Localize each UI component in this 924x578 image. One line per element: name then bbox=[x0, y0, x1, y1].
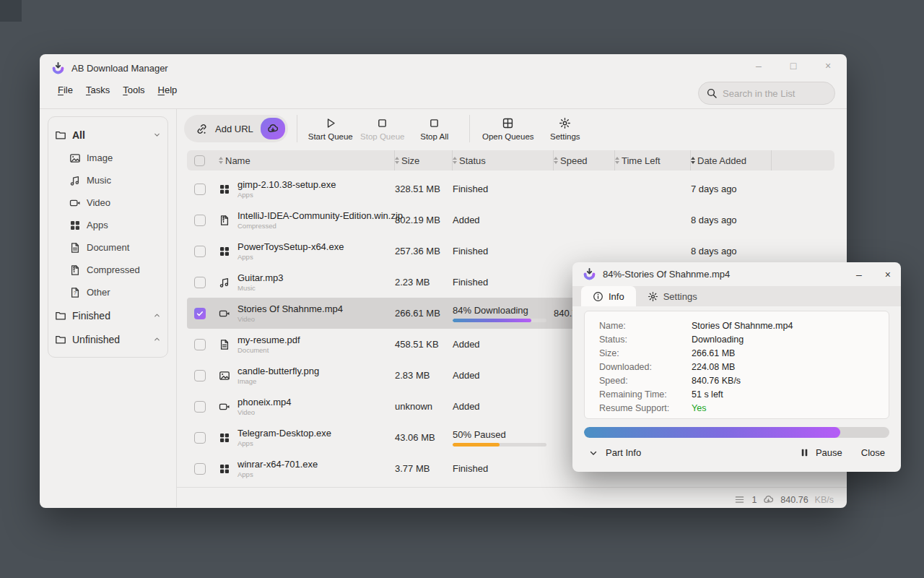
sidebar-item-all[interactable]: All bbox=[55, 123, 161, 147]
music-icon bbox=[69, 175, 81, 186]
menu-tools[interactable]: Tools bbox=[123, 85, 144, 95]
file-size: 2.23 MB bbox=[395, 277, 453, 288]
file-date-added: 8 days ago bbox=[691, 215, 772, 225]
open-queues-button[interactable]: Open Queues bbox=[477, 117, 539, 141]
sidebar-item-compressed[interactable]: Compressed bbox=[55, 259, 161, 281]
chevron-down-icon bbox=[588, 448, 598, 458]
select-all-checkbox[interactable] bbox=[194, 155, 205, 166]
import-from-clipboard-button[interactable] bbox=[261, 118, 285, 139]
file-size: 257.36 MB bbox=[395, 246, 453, 256]
sort-icon bbox=[691, 157, 695, 164]
search-input[interactable] bbox=[723, 88, 824, 99]
info-field-value: 840.76 KB/s bbox=[692, 376, 741, 386]
sidebar-item-unfinished[interactable]: Unfinished bbox=[55, 327, 161, 351]
info-field-label: Name: bbox=[599, 321, 692, 331]
info-field: Resume Support: Yes bbox=[599, 401, 889, 415]
file-category: Compressed bbox=[237, 222, 403, 230]
menu-help[interactable]: Help bbox=[158, 85, 178, 95]
popup-title-bar[interactable]: 84%-Stories Of Shahnme.mp4 – × bbox=[572, 262, 901, 286]
music-icon bbox=[219, 277, 230, 288]
part-info-toggle[interactable]: Part Info bbox=[588, 447, 641, 458]
file-name: candle-butterfly.png bbox=[237, 366, 319, 376]
maximize-button[interactable]: □ bbox=[786, 60, 801, 72]
status-bar: 1 840.76 KB/s bbox=[177, 488, 847, 512]
file-name: IntelliJ-IDEA-Community-Edition.win.zip bbox=[237, 210, 403, 221]
tab-info[interactable]: Info bbox=[581, 286, 636, 306]
info-field: Speed: 840.76 KB/s bbox=[599, 374, 889, 387]
row-checkbox[interactable] bbox=[194, 339, 206, 350]
row-progress-bar bbox=[453, 319, 546, 322]
sort-icon bbox=[615, 157, 619, 164]
sidebar-item-video[interactable]: Video bbox=[55, 191, 161, 214]
sort-icon bbox=[453, 157, 457, 164]
file-size: unknown bbox=[395, 401, 453, 412]
column-header-size[interactable]: Size bbox=[395, 150, 453, 171]
select-all-checkbox-cell[interactable] bbox=[187, 150, 219, 171]
global-speed-value: 840.76 bbox=[780, 495, 808, 505]
column-header-status[interactable]: Status bbox=[453, 150, 554, 171]
sidebar-item-document[interactable]: Document bbox=[55, 236, 161, 259]
chevron-up-icon[interactable] bbox=[153, 335, 161, 343]
column-header-date-added[interactable]: Date Added bbox=[691, 150, 772, 171]
file-status: Finished bbox=[453, 184, 554, 194]
tab-settings[interactable]: Settings bbox=[636, 286, 709, 306]
file-date-added: 8 days ago bbox=[691, 246, 772, 256]
info-field-value: Yes bbox=[692, 403, 706, 413]
sidebar-item-apps[interactable]: Apps bbox=[55, 214, 161, 236]
row-checkbox[interactable] bbox=[194, 308, 206, 319]
file-category: Apps bbox=[237, 191, 336, 199]
menu-tasks[interactable]: Tasks bbox=[86, 85, 110, 95]
info-field-label: Speed: bbox=[599, 376, 692, 386]
chevron-up-icon[interactable] bbox=[153, 311, 161, 319]
gear-icon bbox=[648, 291, 658, 302]
popup-close-button[interactable]: × bbox=[885, 269, 891, 280]
start-queue-button[interactable]: Start Queue bbox=[305, 117, 357, 141]
chevron-down-icon[interactable] bbox=[153, 131, 161, 139]
file-status: Added bbox=[453, 215, 554, 225]
settings-button[interactable]: Settings bbox=[539, 117, 591, 141]
table-row[interactable]: gimp-2.10.38-setup.exe Apps 328.51 MB Fi… bbox=[187, 173, 834, 204]
column-header-speed[interactable]: Speed bbox=[554, 150, 615, 171]
sidebar-item-music[interactable]: Music bbox=[55, 169, 161, 191]
row-checkbox[interactable] bbox=[194, 277, 206, 288]
stop-icon bbox=[428, 117, 440, 129]
stop-all-button[interactable]: Stop All bbox=[409, 117, 461, 141]
other-icon: ? bbox=[69, 287, 81, 298]
row-checkbox[interactable] bbox=[194, 463, 206, 475]
table-row[interactable]: IntelliJ-IDEA-Community-Edition.win.zip … bbox=[187, 204, 834, 236]
download-progress-window: 84%-Stories Of Shahnme.mp4 – × Info Sett… bbox=[572, 262, 901, 472]
sidebar-item-other[interactable]: ? Other bbox=[55, 281, 161, 303]
info-field-value: Downloading bbox=[692, 335, 744, 345]
row-checkbox[interactable] bbox=[194, 370, 206, 381]
stop-icon bbox=[376, 117, 388, 129]
popup-close-action-button[interactable]: Close bbox=[861, 447, 885, 458]
file-status: Finished bbox=[453, 277, 554, 288]
close-button[interactable]: × bbox=[821, 60, 835, 72]
sidebar-item-image[interactable]: Image bbox=[55, 147, 161, 169]
info-field-value: Stories Of Shahnme.mp4 bbox=[692, 321, 793, 331]
row-checkbox[interactable] bbox=[194, 246, 206, 257]
file-name: gimp-2.10.38-setup.exe bbox=[237, 179, 336, 190]
title-bar[interactable]: AB Download Manager – □ × bbox=[40, 54, 847, 79]
column-header-time-left[interactable]: Time Left bbox=[615, 150, 691, 171]
menu-file[interactable]: File bbox=[58, 85, 73, 95]
gear-icon bbox=[559, 117, 571, 129]
sidebar-item-finished[interactable]: Finished bbox=[55, 303, 161, 327]
popup-minimize-button[interactable]: – bbox=[856, 269, 862, 280]
row-checkbox[interactable] bbox=[194, 432, 206, 444]
row-checkbox[interactable] bbox=[194, 215, 206, 226]
column-header-name[interactable]: Name bbox=[219, 150, 395, 171]
link-icon bbox=[196, 123, 208, 135]
search-box[interactable] bbox=[698, 82, 835, 105]
pause-button[interactable]: Pause bbox=[799, 447, 842, 458]
sort-icon bbox=[395, 157, 399, 164]
file-name: winrar-x64-701.exe bbox=[237, 459, 318, 470]
add-url-button[interactable]: Add URL bbox=[184, 115, 288, 142]
row-checkbox[interactable] bbox=[194, 401, 206, 413]
minimize-button[interactable]: – bbox=[751, 60, 766, 72]
file-size: 43.06 MB bbox=[395, 432, 453, 443]
window-title: AB Download Manager bbox=[71, 63, 168, 74]
row-checkbox[interactable] bbox=[194, 184, 206, 195]
file-status: Added bbox=[453, 370, 554, 381]
global-speed-unit: KB/s bbox=[815, 495, 834, 505]
